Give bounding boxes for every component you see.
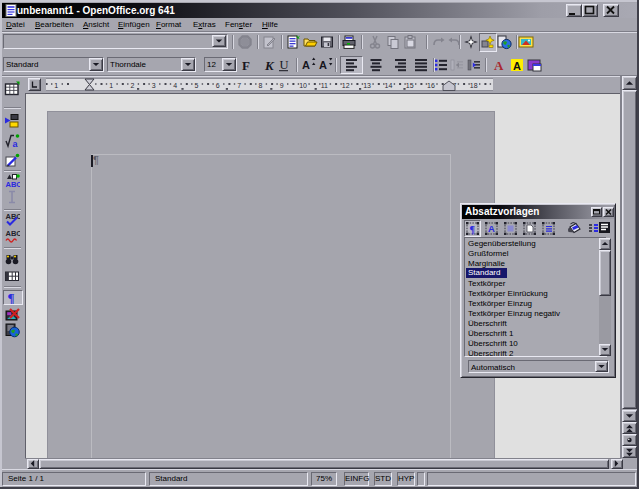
svg-text:a: a — [13, 139, 19, 149]
svg-text:ABC: ABC — [6, 212, 21, 221]
svg-text:4: 4 — [173, 82, 177, 89]
svg-text:2: 2 — [130, 82, 134, 89]
svg-text:K: K — [264, 58, 275, 73]
svg-text:5: 5 — [194, 82, 198, 89]
svg-text:12: 12 — [342, 82, 350, 89]
svg-text:F: F — [242, 58, 250, 73]
svg-text:14: 14 — [385, 82, 393, 89]
svg-text:ABC: ABC — [6, 229, 21, 238]
svg-text:A: A — [494, 58, 504, 73]
svg-text:U: U — [280, 58, 289, 72]
svg-text:10: 10 — [299, 82, 307, 89]
svg-text:16: 16 — [427, 82, 435, 89]
svg-text:A: A — [319, 59, 327, 71]
svg-text:A: A — [513, 60, 521, 72]
svg-text:A: A — [302, 59, 310, 71]
svg-text:8: 8 — [258, 82, 262, 89]
svg-text:¶: ¶ — [470, 224, 475, 235]
svg-text:7: 7 — [237, 82, 241, 89]
svg-text:A: A — [488, 223, 495, 234]
svg-text:9: 9 — [280, 82, 284, 89]
svg-text:18: 18 — [470, 82, 478, 89]
svg-text:13: 13 — [363, 82, 371, 89]
svg-text:1: 1 — [54, 82, 58, 89]
svg-text:1: 1 — [109, 82, 113, 89]
svg-text:15: 15 — [406, 82, 414, 89]
svg-text:¶: ¶ — [8, 290, 15, 305]
svg-text:3: 3 — [152, 82, 156, 89]
svg-text:11: 11 — [321, 82, 328, 89]
svg-text:6: 6 — [216, 82, 220, 89]
